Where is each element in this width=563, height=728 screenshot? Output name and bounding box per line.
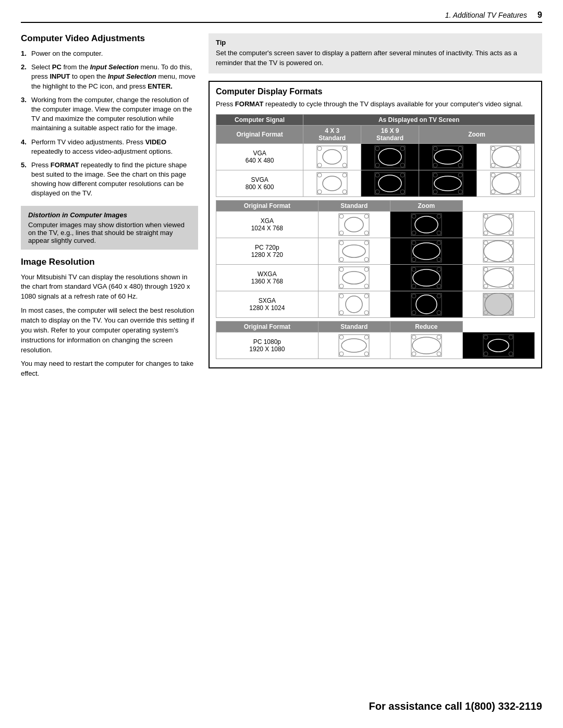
col-zoom-header: Zoom — [419, 125, 535, 143]
display-formats-intro: Press FORMAT repeatedly to cycle through… — [216, 100, 535, 109]
cell-orig-1080p — [318, 332, 390, 359]
left-column: Computer Video Adjustments 1. Power on t… — [21, 33, 198, 379]
tip-text: Set the computer's screen saver to displ… — [216, 48, 535, 68]
cell-zoom-svga — [477, 170, 535, 196]
col-standard-header-2: Standard — [318, 200, 390, 211]
col-standard-header-3: Standard — [318, 321, 390, 332]
cell-zoom-wxga — [462, 264, 534, 291]
cell-orig-wxga — [318, 264, 390, 291]
format-table-1: Computer Signal As Displayed on TV Scree… — [216, 114, 535, 197]
table-row-xga: XGA1024 X 768 — [216, 211, 535, 238]
table-row-720p: PC 720p1280 X 720 — [216, 238, 535, 264]
distortion-note-title: Distortion in Computer Images — [28, 211, 191, 219]
distortion-note-text: Computer images may show distortion when… — [28, 221, 191, 244]
step-1: 1. Power on the computer. — [21, 49, 198, 58]
table-row-wxga: WXGA1360 X 768 — [216, 264, 535, 291]
label-sxga: SXGA1280 X 1024 — [216, 291, 319, 317]
cell-zoom-720p — [462, 238, 534, 264]
cell-std-720p — [390, 238, 462, 264]
col-reduce-header: Reduce — [390, 321, 462, 332]
step-2: 2. Select PC from the Input Selection me… — [21, 63, 198, 91]
cell-zoom-xga — [462, 211, 534, 238]
col-zoom-header-2: Zoom — [390, 200, 462, 211]
image-resolution-section: Image Resolution Your Mitsubishi TV can … — [21, 257, 198, 379]
format-table-3: Original Format Standard Reduce PC 1080p… — [216, 321, 535, 359]
table-row-1080p: PC 1080p1920 X 1080 — [216, 332, 535, 359]
steps-list: 1. Power on the computer. 2. Select PC f… — [21, 49, 198, 199]
page-header: 1. Additional TV Features 9 — [21, 10, 542, 23]
cell-4x3-vga — [361, 143, 419, 170]
cell-std-xga — [390, 211, 462, 238]
page-number: 9 — [537, 10, 542, 20]
col-asdisplayed-header: As Displayed on TV Screen — [303, 114, 535, 125]
col-original-format-header-2: Original Format — [216, 200, 319, 211]
step-4: 4. Perform TV video adjustments. Press V… — [21, 138, 198, 156]
col-original-format-header: Original Format — [216, 125, 303, 143]
col-16x9-header: 16 X 9Standard — [361, 125, 419, 143]
tip-title: Tip — [216, 39, 535, 46]
label-720p: PC 720p1280 X 720 — [216, 238, 319, 264]
col-original-format-header-3: Original Format — [216, 321, 319, 332]
label-svga: SVGA800 X 600 — [216, 170, 303, 196]
table-row-svga: SVGA800 X 600 — [216, 170, 535, 196]
cell-reduce-1080p — [462, 332, 534, 359]
image-resolution-title: Image Resolution — [21, 257, 198, 267]
image-res-para-1: Your Mitsubishi TV can display the resol… — [21, 273, 198, 302]
computer-display-formats-box: Computer Display Formats Press FORMAT re… — [209, 81, 542, 368]
footer-text: For assistance call 1(800) 332-2119 — [369, 700, 542, 712]
cell-orig-720p — [318, 238, 390, 264]
col-4x3-header: 4 X 3Standard — [303, 125, 361, 143]
cell-4x3-svga — [361, 170, 419, 196]
computer-video-adjustments-section: Computer Video Adjustments 1. Power on t… — [21, 33, 198, 199]
cell-16x9-svga — [419, 170, 477, 196]
image-res-para-2: In most cases, the computer will select … — [21, 306, 198, 355]
right-column: Tip Set the computer's screen saver to d… — [209, 33, 542, 368]
cell-std-wxga — [390, 264, 462, 291]
cell-orig-vga — [303, 143, 361, 170]
computer-video-adjustments-title: Computer Video Adjustments — [21, 33, 198, 44]
label-1080p: PC 1080p1920 X 1080 — [216, 332, 319, 359]
label-xga: XGA1024 X 768 — [216, 211, 319, 238]
cell-orig-sxga — [318, 291, 390, 317]
format-table-2: Original Format Standard Zoom XGA1024 X … — [216, 200, 535, 318]
display-formats-title: Computer Display Formats — [216, 87, 535, 96]
tip-box: Tip Set the computer's screen saver to d… — [209, 33, 542, 73]
step-5: 5. Press FORMAT repeatedly to find the p… — [21, 161, 198, 199]
col-signal-header: Computer Signal — [216, 114, 303, 125]
cell-orig-svga — [303, 170, 361, 196]
table-row-sxga: SXGA1280 X 1024 — [216, 291, 535, 317]
distortion-note-box: Distortion in Computer Images Computer i… — [21, 206, 198, 250]
step-3: 3. Working from the computer, change the… — [21, 95, 198, 133]
cell-std-sxga — [390, 291, 462, 317]
image-res-para-3: You may need to restart the computer for… — [21, 359, 198, 379]
cell-16x9-vga — [419, 143, 477, 170]
cell-std-1080p — [390, 332, 462, 359]
header-title: 1. Additional TV Features — [21, 11, 537, 19]
cell-zoom-sxga — [462, 291, 534, 317]
cell-zoom-vga — [477, 143, 535, 170]
label-vga: VGA640 X 480 — [216, 143, 303, 170]
cell-orig-xga — [318, 211, 390, 238]
label-wxga: WXGA1360 X 768 — [216, 264, 319, 291]
table-row-vga: VGA640 X 480 — [216, 143, 535, 170]
